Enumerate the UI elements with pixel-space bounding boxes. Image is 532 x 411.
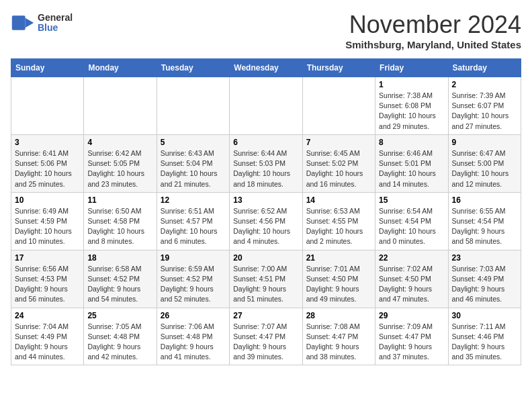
day-info: Sunrise: 7:07 AM Sunset: 4:47 PM Dayligh…: [233, 322, 298, 363]
day-number: 23: [452, 253, 517, 263]
day-info: Sunrise: 7:39 AM Sunset: 6:07 PM Dayligh…: [452, 91, 517, 132]
logo-text: General Blue: [38, 13, 73, 34]
day-info: Sunrise: 6:49 AM Sunset: 4:59 PM Dayligh…: [15, 206, 80, 247]
calendar-cell: 1Sunrise: 7:38 AM Sunset: 6:08 PM Daylig…: [375, 77, 448, 135]
calendar-cell: [11, 77, 84, 135]
day-info: Sunrise: 6:42 AM Sunset: 5:05 PM Dayligh…: [87, 148, 152, 189]
calendar-header: SundayMondayTuesdayWednesdayThursdayFrid…: [11, 59, 521, 77]
logo-blue: Blue: [38, 23, 73, 33]
calendar-cell: 27Sunrise: 7:07 AM Sunset: 4:47 PM Dayli…: [230, 308, 302, 365]
location: Smithsburg, Maryland, United States: [345, 39, 521, 50]
calendar-cell: 4Sunrise: 6:42 AM Sunset: 5:05 PM Daylig…: [84, 134, 157, 192]
day-info: Sunrise: 6:47 AM Sunset: 5:00 PM Dayligh…: [452, 148, 517, 189]
calendar-week-row: 24Sunrise: 7:04 AM Sunset: 4:49 PM Dayli…: [11, 308, 521, 365]
day-number: 4: [87, 138, 152, 147]
calendar-header-row: SundayMondayTuesdayWednesdayThursdayFrid…: [11, 59, 521, 77]
calendar-table: SundayMondayTuesdayWednesdayThursdayFrid…: [11, 58, 521, 365]
day-info: Sunrise: 6:51 AM Sunset: 4:57 PM Dayligh…: [161, 206, 226, 247]
calendar-cell: 23Sunrise: 7:03 AM Sunset: 4:49 PM Dayli…: [448, 250, 521, 308]
calendar-cell: 21Sunrise: 7:01 AM Sunset: 4:50 PM Dayli…: [302, 250, 375, 308]
day-number: 11: [87, 195, 152, 205]
calendar-cell: 20Sunrise: 7:00 AM Sunset: 4:51 PM Dayli…: [230, 250, 302, 308]
calendar-cell: 17Sunrise: 6:56 AM Sunset: 4:53 PM Dayli…: [11, 250, 84, 308]
calendar-header-cell: Saturday: [448, 59, 521, 77]
title-block: November 2024 Smithsburg, Maryland, Unit…: [345, 11, 521, 50]
day-info: Sunrise: 7:11 AM Sunset: 4:46 PM Dayligh…: [452, 322, 517, 363]
calendar-cell: 16Sunrise: 6:55 AM Sunset: 4:54 PM Dayli…: [448, 192, 521, 250]
day-info: Sunrise: 6:45 AM Sunset: 5:02 PM Dayligh…: [306, 148, 371, 189]
day-info: Sunrise: 6:54 AM Sunset: 4:54 PM Dayligh…: [379, 206, 444, 247]
day-info: Sunrise: 6:44 AM Sunset: 5:03 PM Dayligh…: [233, 148, 298, 189]
calendar-cell: 5Sunrise: 6:43 AM Sunset: 5:04 PM Daylig…: [157, 134, 229, 192]
calendar-cell: 18Sunrise: 6:58 AM Sunset: 4:52 PM Dayli…: [84, 250, 157, 308]
day-info: Sunrise: 6:52 AM Sunset: 4:56 PM Dayligh…: [233, 206, 298, 247]
day-info: Sunrise: 7:01 AM Sunset: 4:50 PM Dayligh…: [306, 264, 371, 305]
day-info: Sunrise: 6:56 AM Sunset: 4:53 PM Dayligh…: [15, 264, 80, 305]
svg-rect-0: [12, 15, 26, 30]
calendar-header-cell: Tuesday: [157, 59, 229, 77]
svg-marker-1: [26, 18, 34, 28]
calendar-cell: 7Sunrise: 6:45 AM Sunset: 5:02 PM Daylig…: [302, 134, 375, 192]
day-info: Sunrise: 7:04 AM Sunset: 4:49 PM Dayligh…: [15, 322, 80, 363]
day-info: Sunrise: 6:50 AM Sunset: 4:58 PM Dayligh…: [87, 206, 152, 247]
calendar-cell: 6Sunrise: 6:44 AM Sunset: 5:03 PM Daylig…: [230, 134, 302, 192]
calendar-cell: [157, 77, 229, 135]
day-number: 6: [233, 138, 298, 147]
month-title: November 2024: [345, 11, 521, 39]
calendar-cell: 12Sunrise: 6:51 AM Sunset: 4:57 PM Dayli…: [157, 192, 229, 250]
day-info: Sunrise: 7:09 AM Sunset: 4:47 PM Dayligh…: [379, 322, 444, 363]
day-number: 1: [379, 80, 444, 89]
calendar-cell: 28Sunrise: 7:08 AM Sunset: 4:47 PM Dayli…: [302, 308, 375, 365]
day-info: Sunrise: 6:55 AM Sunset: 4:54 PM Dayligh…: [452, 206, 517, 247]
calendar-header-cell: Monday: [84, 59, 157, 77]
calendar-cell: [230, 77, 302, 135]
day-info: Sunrise: 6:41 AM Sunset: 5:06 PM Dayligh…: [15, 148, 80, 189]
calendar-cell: 14Sunrise: 6:53 AM Sunset: 4:55 PM Dayli…: [302, 192, 375, 250]
calendar-cell: 22Sunrise: 7:02 AM Sunset: 4:50 PM Dayli…: [375, 250, 448, 308]
day-number: 29: [379, 311, 444, 320]
logo: General Blue: [11, 11, 73, 35]
day-number: 26: [161, 311, 226, 320]
day-info: Sunrise: 7:38 AM Sunset: 6:08 PM Dayligh…: [379, 91, 444, 132]
calendar-header-cell: Thursday: [302, 59, 375, 77]
calendar-cell: 10Sunrise: 6:49 AM Sunset: 4:59 PM Dayli…: [11, 192, 84, 250]
calendar-cell: 8Sunrise: 6:46 AM Sunset: 5:01 PM Daylig…: [375, 134, 448, 192]
day-number: 12: [161, 195, 226, 205]
calendar-week-row: 10Sunrise: 6:49 AM Sunset: 4:59 PM Dayli…: [11, 192, 521, 250]
calendar-header-cell: Friday: [375, 59, 448, 77]
day-info: Sunrise: 7:00 AM Sunset: 4:51 PM Dayligh…: [233, 264, 298, 305]
day-number: 22: [379, 253, 444, 263]
day-info: Sunrise: 6:46 AM Sunset: 5:01 PM Dayligh…: [379, 148, 444, 189]
calendar-cell: [84, 77, 157, 135]
day-info: Sunrise: 7:02 AM Sunset: 4:50 PM Dayligh…: [379, 264, 444, 305]
calendar-cell: 30Sunrise: 7:11 AM Sunset: 4:46 PM Dayli…: [448, 308, 521, 365]
calendar-week-row: 1Sunrise: 7:38 AM Sunset: 6:08 PM Daylig…: [11, 77, 521, 135]
day-number: 3: [15, 138, 80, 147]
day-info: Sunrise: 7:03 AM Sunset: 4:49 PM Dayligh…: [452, 264, 517, 305]
day-info: Sunrise: 6:58 AM Sunset: 4:52 PM Dayligh…: [87, 264, 152, 305]
calendar-cell: 9Sunrise: 6:47 AM Sunset: 5:00 PM Daylig…: [448, 134, 521, 192]
day-info: Sunrise: 7:05 AM Sunset: 4:48 PM Dayligh…: [87, 322, 152, 363]
day-number: 18: [87, 253, 152, 263]
calendar-cell: 25Sunrise: 7:05 AM Sunset: 4:48 PM Dayli…: [84, 308, 157, 365]
calendar-body: 1Sunrise: 7:38 AM Sunset: 6:08 PM Daylig…: [11, 77, 521, 365]
day-number: 19: [161, 253, 226, 263]
page-header: General Blue November 2024 Smithsburg, M…: [11, 11, 521, 50]
day-number: 2: [452, 80, 517, 89]
day-info: Sunrise: 6:43 AM Sunset: 5:04 PM Dayligh…: [161, 148, 226, 189]
calendar-week-row: 3Sunrise: 6:41 AM Sunset: 5:06 PM Daylig…: [11, 134, 521, 192]
day-info: Sunrise: 7:06 AM Sunset: 4:48 PM Dayligh…: [161, 322, 226, 363]
day-number: 27: [233, 311, 298, 320]
day-number: 21: [306, 253, 371, 263]
day-number: 17: [15, 253, 80, 263]
calendar-cell: 3Sunrise: 6:41 AM Sunset: 5:06 PM Daylig…: [11, 134, 84, 192]
day-number: 5: [161, 138, 226, 147]
day-info: Sunrise: 6:59 AM Sunset: 4:52 PM Dayligh…: [161, 264, 226, 305]
day-number: 28: [306, 311, 371, 320]
day-number: 13: [233, 195, 298, 205]
day-number: 25: [87, 311, 152, 320]
day-number: 24: [15, 311, 80, 320]
day-number: 14: [306, 195, 371, 205]
calendar-cell: 11Sunrise: 6:50 AM Sunset: 4:58 PM Dayli…: [84, 192, 157, 250]
calendar-cell: 2Sunrise: 7:39 AM Sunset: 6:07 PM Daylig…: [448, 77, 521, 135]
